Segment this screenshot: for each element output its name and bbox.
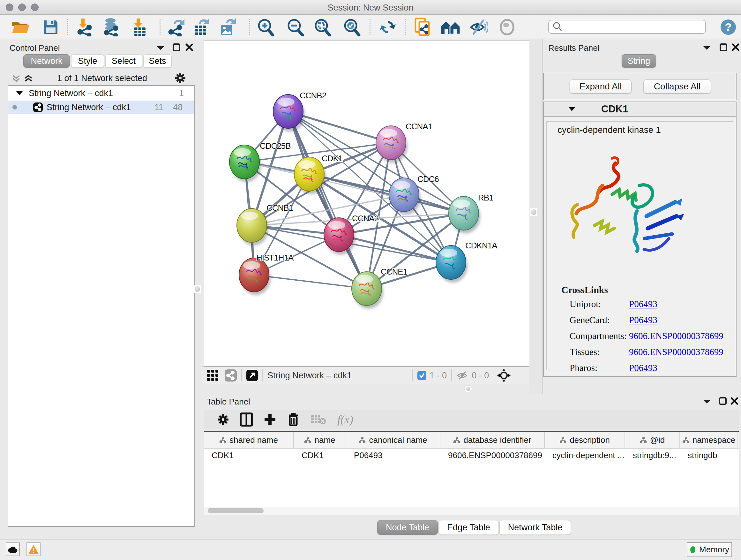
table-cell[interactable]: 9606.ENSP00000378699 (441, 449, 545, 462)
vertical-splitter[interactable] (529, 39, 542, 394)
column-header-description[interactable]: description (545, 432, 625, 448)
node-CCNA1[interactable]: CCNA1 (376, 122, 432, 163)
panel-menu-icon[interactable] (703, 45, 711, 51)
table-cell[interactable]: cyclin-dependent ... (545, 449, 625, 462)
table-row[interactable]: CDK1CDK1P064939606.ENSP00000378699cyclin… (204, 449, 739, 462)
splitter-grip[interactable] (530, 208, 537, 216)
memory-button[interactable]: Memory (687, 542, 732, 557)
delete-table-icon[interactable] (311, 414, 327, 425)
duplicate-network-button[interactable] (413, 18, 433, 37)
export-table-button[interactable] (193, 18, 211, 37)
import-network-file-button[interactable] (75, 18, 95, 37)
tab-node-table[interactable]: Node Table (377, 520, 438, 535)
search-input[interactable] (563, 22, 700, 32)
splitter-grip[interactable] (464, 385, 472, 392)
network-collection-row[interactable]: String Network – cdk1 1 (8, 86, 194, 101)
node-CDKN1A[interactable]: CDKN1A (436, 241, 497, 283)
float-panel-icon[interactable] (719, 43, 728, 51)
close-panel-icon[interactable] (730, 397, 738, 405)
zoom-in-button[interactable] (256, 18, 275, 37)
hide-selected-button[interactable] (469, 18, 488, 37)
tab-edge-table[interactable]: Edge Table (439, 520, 499, 535)
zoom-fit-button[interactable] (313, 18, 332, 37)
collapse-triangle-icon[interactable] (16, 91, 23, 96)
table-hscrollbar[interactable] (204, 507, 739, 515)
float-panel-icon[interactable] (172, 43, 181, 51)
node-CDC25B[interactable]: CDC25B (229, 141, 291, 182)
network-options-gear-icon[interactable] (174, 72, 186, 84)
show-all-button[interactable] (498, 18, 516, 37)
crosslink-value-link[interactable]: P06493 (629, 299, 657, 309)
delete-column-icon[interactable] (287, 412, 300, 427)
cloud-status-button[interactable] (6, 543, 20, 556)
detach-view-icon[interactable] (246, 370, 258, 381)
selected-checkbox-icon[interactable] (417, 371, 426, 380)
panel-menu-icon[interactable] (703, 399, 711, 405)
float-panel-icon[interactable] (719, 397, 727, 405)
node-CCNB1[interactable]: CCNB1 (237, 203, 293, 246)
column-header-shared-name[interactable]: shared name (204, 432, 294, 448)
network-canvas[interactable]: CCNB2CCNA1CDC25BCDK1CDC6RB1CCNB1CCNA2CDK… (204, 41, 529, 367)
splitter-grip[interactable] (194, 285, 201, 293)
table-cell[interactable]: CDK1 (294, 449, 346, 462)
network-row-selected[interactable]: String Network – cdk1 11 48 (8, 101, 194, 114)
crosslink-value-link[interactable]: 9606.ENSP00000378699 (629, 331, 724, 341)
help-button[interactable]: ? (720, 18, 737, 37)
refresh-button[interactable] (379, 18, 396, 37)
show-columns-icon[interactable] (240, 413, 253, 427)
zoom-out-button[interactable] (286, 18, 305, 37)
close-panel-icon[interactable] (185, 43, 193, 51)
edge-HIST1H1A-CCNE1[interactable] (254, 275, 367, 289)
zoom-selected-button[interactable] (342, 18, 361, 37)
function-builder-button[interactable]: f(x) (337, 413, 353, 426)
export-image-button[interactable] (219, 18, 237, 37)
crosslink-value-link[interactable]: 9606.ENSP00000378699 (629, 347, 724, 357)
expand-all-networks-icon[interactable] (23, 74, 33, 83)
node-CDK1[interactable]: CDK1 (294, 153, 343, 194)
hidden-eye-icon[interactable] (456, 371, 468, 380)
edge-CCNB2-CCNE1[interactable] (288, 111, 367, 289)
column-header-canonical-name[interactable]: canonical name (346, 432, 441, 448)
node-CCNB2[interactable]: CCNB2 (273, 91, 327, 132)
tab-style[interactable]: Style (71, 54, 104, 68)
first-neighbors-button[interactable] (440, 18, 461, 37)
table-cell[interactable]: CDK1 (204, 449, 294, 462)
tab-sets[interactable]: Sets (143, 54, 172, 68)
node-RB1[interactable]: RB1 (449, 193, 493, 233)
column-header-database-identifier[interactable]: database identifier (441, 432, 545, 448)
tab-network[interactable]: Network (23, 54, 70, 68)
network-badge-gray-icon[interactable] (225, 369, 237, 381)
hscrollbar-thumb[interactable] (208, 508, 264, 513)
node-HIST1H1A[interactable]: HIST1H1A (239, 253, 294, 295)
panel-menu-icon[interactable] (156, 45, 165, 51)
expand-all-button[interactable]: Expand All (569, 79, 631, 94)
export-network-button[interactable] (166, 18, 187, 37)
column-header-namespace[interactable]: namespace (680, 432, 738, 448)
close-panel-icon[interactable] (731, 43, 740, 51)
column-header--id[interactable]: @id (625, 432, 680, 448)
fit-content-crosshair-icon[interactable] (497, 369, 511, 382)
add-column-icon[interactable] (263, 413, 277, 426)
table-settings-gear-icon[interactable] (217, 413, 229, 426)
table-cell[interactable]: stringdb (680, 449, 738, 462)
crosslink-value-link[interactable]: P06493 (629, 363, 657, 373)
collapse-all-networks-icon[interactable] (11, 74, 21, 83)
table-cell[interactable]: stringdb:9... (625, 449, 680, 462)
birdseye-grid-icon[interactable] (207, 369, 219, 381)
entry-header[interactable]: CDK1 (544, 102, 736, 117)
crosslink-value-link[interactable]: P06493 (629, 315, 657, 325)
column-header-name[interactable]: name (294, 432, 346, 448)
collapse-all-button[interactable]: Collapse All (643, 79, 711, 94)
import-network-database-button[interactable] (101, 18, 121, 37)
edge-CDK1-RB1[interactable] (309, 174, 464, 213)
node-CCNE1[interactable]: CCNE1 (352, 267, 408, 309)
save-session-button[interactable] (43, 18, 59, 37)
warnings-button[interactable] (26, 543, 41, 556)
import-table-button[interactable] (131, 18, 148, 37)
open-session-button[interactable] (11, 18, 30, 37)
tab-network-table[interactable]: Network Table (499, 520, 571, 535)
tab-select[interactable]: Select (105, 54, 142, 68)
tab-string[interactable]: String (622, 54, 656, 68)
table-cell[interactable]: P06493 (346, 449, 441, 462)
entry-collapse-triangle-icon[interactable] (568, 107, 576, 112)
